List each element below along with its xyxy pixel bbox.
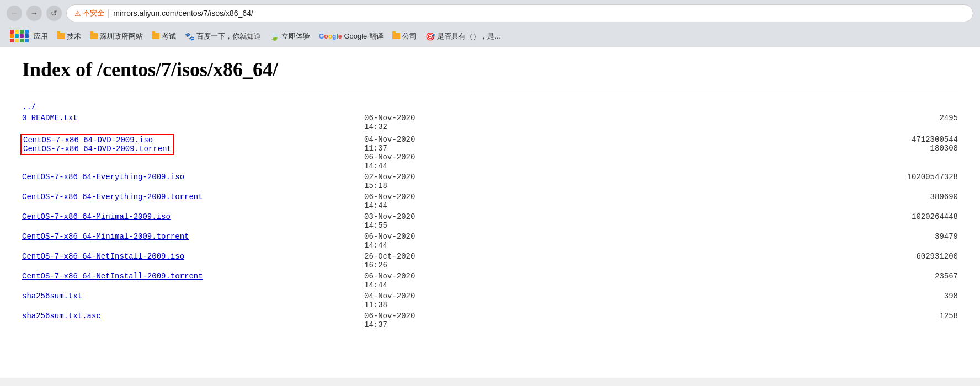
apps-grid-icon (10, 30, 29, 42)
folder-icon-exam (152, 33, 159, 39)
parent-size (441, 101, 958, 112)
parent-date (331, 101, 441, 112)
sha256sum-date: 04-Nov-2020 11:38 (331, 291, 441, 310)
bookmark-liji-label: 立即体验 (281, 31, 310, 41)
bookmark-tech[interactable]: 技术 (54, 30, 84, 42)
folder-icon-company (392, 33, 400, 39)
sha256sum-size: 398 (441, 291, 958, 310)
page-content: Index of /centos/7/isos/x86_64/ ../ 0_RE… (0, 47, 980, 378)
bookmark-exam-label: 考试 (162, 31, 176, 41)
everything-torrent-link[interactable]: CentOS-7-x86_64-Everything-2009.torrent (22, 192, 203, 201)
page-title: Index of /centos/7/isos/x86_64/ (22, 58, 958, 81)
bookmark-google-translate[interactable]: Google Google 翻译 (316, 30, 387, 42)
highlight-box: CentOS-7-x86_64-DVD-2009.iso CentOS-7-x8… (20, 134, 174, 155)
table-row: 0_README.txt 06-Nov-2020 14:32 2495 (22, 112, 958, 132)
bookmark-baidu-label: 百度一下，你就知道 (196, 31, 261, 41)
table-row: sha256sum.txt 04-Nov-2020 11:38 398 (22, 291, 958, 310)
divider (22, 90, 958, 90)
bookmark-apps-label: 应用 (34, 31, 48, 41)
everything-torrent-date: 06-Nov-2020 14:44 (331, 191, 441, 211)
reload-button[interactable]: ↺ (46, 6, 62, 21)
folder-icon-shenzhen (90, 33, 98, 39)
dvd-iso-link[interactable]: CentOS-7-x86_64-DVD-2009.iso (23, 136, 153, 144)
readme-date: 06-Nov-2020 14:32 (331, 112, 441, 132)
minimal-torrent-size: 39479 (441, 231, 958, 251)
netinstall-torrent-date: 06-Nov-2020 14:44 (331, 271, 441, 291)
nav-bar: ← → ↺ ⚠ 不安全 | mirrors.aliyun.com/centos/… (7, 4, 973, 22)
netinstall-iso-link[interactable]: CentOS-7-x86_64-NetInstall-2009.iso (22, 252, 184, 261)
bookmark-shenzhen[interactable]: 深圳政府网站 (87, 30, 146, 42)
bookmark-tech-label: 技术 (67, 31, 81, 41)
bookmarks-bar: 应用 技术 深圳政府网站 考试 🐾 百度一下，你就知道 🍃 立即体验 Googl… (7, 26, 973, 47)
browser-chrome: ← → ↺ ⚠ 不安全 | mirrors.aliyun.com/centos/… (0, 0, 980, 47)
table-row: CentOS-7-x86_64-NetInstall-2009.iso 26-O… (22, 251, 958, 271)
folder-icon-tech (57, 33, 65, 39)
bookmark-company-label: 公司 (402, 31, 417, 41)
table-row-dvd: CentOS-7-x86_64-DVD-2009.iso CentOS-7-x8… (22, 132, 958, 171)
url-text: mirrors.aliyun.com/centos/7/isos/x86_64/ (113, 9, 253, 18)
security-warning: ⚠ 不安全 (74, 8, 104, 18)
security-label: 不安全 (83, 8, 104, 18)
bookmark-google-label: Google 翻译 (344, 31, 384, 41)
sha256sum-asc-size: 1258 (441, 310, 958, 330)
parent-dir-link[interactable]: ../ (22, 103, 36, 111)
minimal-iso-date: 03-Nov-2020 14:55 (331, 211, 441, 231)
target-icon: 🎯 (425, 32, 435, 41)
table-row: CentOS-7-x86_64-Everything-2009.iso 02-N… (22, 171, 958, 191)
netinstall-iso-date: 26-Oct-2020 16:26 (331, 251, 441, 271)
bookmark-question[interactable]: 🎯 是否具有（），是... (422, 30, 504, 42)
netinstall-torrent-size: 23567 (441, 271, 958, 291)
file-listing-table: ../ 0_README.txt 06-Nov-2020 14:32 2495 … (22, 101, 958, 330)
bookmark-baidu[interactable]: 🐾 百度一下，你就知道 (182, 30, 264, 42)
table-row: CentOS-7-x86_64-NetInstall-2009.torrent … (22, 271, 958, 291)
minimal-iso-link[interactable]: CentOS-7-x86_64-Minimal-2009.iso (22, 212, 171, 221)
address-separator: | (108, 8, 110, 18)
bookmark-liji[interactable]: 🍃 立即体验 (267, 30, 313, 42)
table-row: CentOS-7-x86_64-Minimal-2009.torrent 06-… (22, 231, 958, 251)
everything-iso-size: 10200547328 (441, 171, 958, 191)
readme-link[interactable]: 0_README.txt (22, 114, 78, 122)
netinstall-iso-size: 602931200 (441, 251, 958, 271)
everything-iso-link[interactable]: CentOS-7-x86_64-Everything-2009.iso (22, 173, 184, 181)
bookmark-company[interactable]: 公司 (389, 30, 420, 42)
everything-iso-date: 02-Nov-2020 15:18 (331, 171, 441, 191)
netinstall-torrent-link[interactable]: CentOS-7-x86_64-NetInstall-2009.torrent (22, 272, 203, 281)
bookmark-question-label: 是否具有（），是... (437, 31, 500, 41)
address-bar[interactable]: ⚠ 不安全 | mirrors.aliyun.com/centos/7/isos… (66, 4, 973, 22)
readme-size: 2495 (441, 112, 958, 132)
minimal-torrent-date: 06-Nov-2020 14:44 (331, 231, 441, 251)
table-row: CentOS-7-x86_64-Everything-2009.torrent … (22, 191, 958, 211)
dvd-torrent-link[interactable]: CentOS-7-x86_64-DVD-2009.torrent (23, 144, 172, 153)
leaf-icon: 🍃 (270, 32, 279, 41)
table-row: ../ (22, 101, 958, 112)
sha256sum-asc-link[interactable]: sha256sum.txt.asc (22, 312, 101, 320)
minimal-iso-size: 1020264448 (441, 211, 958, 231)
bookmark-shenzhen-label: 深圳政府网站 (100, 31, 143, 41)
dvd-sizes: 4712300544180308 (441, 132, 958, 171)
sha256sum-link[interactable]: sha256sum.txt (22, 292, 82, 301)
bookmark-exam[interactable]: 考试 (148, 30, 179, 42)
table-row: sha256sum.txt.asc 06-Nov-2020 14:37 1258 (22, 310, 958, 330)
forward-button[interactable]: → (26, 6, 42, 21)
sha256sum-asc-date: 06-Nov-2020 14:37 (331, 310, 441, 330)
google-translate-icon: Google (319, 33, 342, 40)
baidu-icon: 🐾 (185, 32, 194, 41)
bookmark-apps[interactable]: 应用 (7, 29, 51, 44)
minimal-torrent-link[interactable]: CentOS-7-x86_64-Minimal-2009.torrent (22, 232, 189, 241)
everything-torrent-size: 389690 (441, 191, 958, 211)
dvd-dates: 04-Nov-2020 11:3706-Nov-2020 14:44 (331, 132, 441, 171)
back-button[interactable]: ← (7, 6, 22, 21)
table-row: CentOS-7-x86_64-Minimal-2009.iso 03-Nov-… (22, 211, 958, 231)
